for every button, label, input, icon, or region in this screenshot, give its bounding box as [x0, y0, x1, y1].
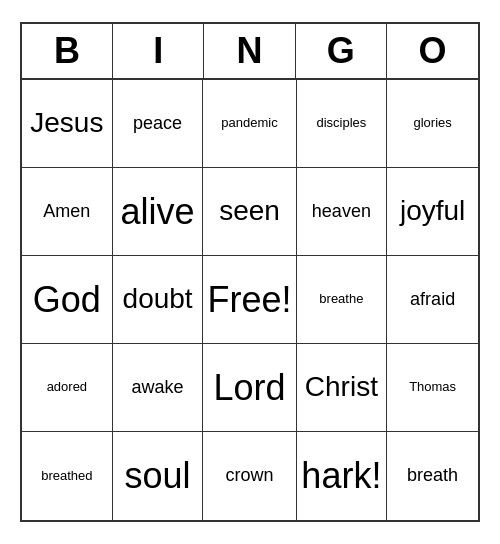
- cell-text: Lord: [213, 368, 285, 408]
- cell-text: crown: [225, 466, 273, 486]
- cell-text: disciples: [316, 116, 366, 130]
- bingo-cell: God: [22, 256, 113, 344]
- bingo-cell: Amen: [22, 168, 113, 256]
- bingo-cell: heaven: [297, 168, 388, 256]
- cell-text: glories: [413, 116, 451, 130]
- cell-text: hark!: [301, 456, 381, 496]
- cell-text: soul: [125, 456, 191, 496]
- header-letter: N: [204, 24, 295, 78]
- cell-text: God: [33, 280, 101, 320]
- bingo-cell: breath: [387, 432, 478, 520]
- cell-text: afraid: [410, 290, 455, 310]
- bingo-cell: peace: [113, 80, 204, 168]
- bingo-cell: awake: [113, 344, 204, 432]
- cell-text: breathed: [41, 469, 92, 483]
- cell-text: Thomas: [409, 380, 456, 394]
- header-letter: B: [22, 24, 113, 78]
- cell-text: adored: [47, 380, 87, 394]
- bingo-cell: Thomas: [387, 344, 478, 432]
- cell-text: peace: [133, 114, 182, 134]
- bingo-grid: JesuspeacepandemicdisciplesgloriesAmenal…: [22, 80, 478, 520]
- bingo-cell: afraid: [387, 256, 478, 344]
- bingo-cell: adored: [22, 344, 113, 432]
- cell-text: pandemic: [221, 116, 277, 130]
- bingo-cell: glories: [387, 80, 478, 168]
- cell-text: breath: [407, 466, 458, 486]
- cell-text: doubt: [123, 284, 193, 315]
- cell-text: seen: [219, 196, 280, 227]
- bingo-cell: breathed: [22, 432, 113, 520]
- bingo-cell: disciples: [297, 80, 388, 168]
- cell-text: Free!: [207, 280, 291, 320]
- bingo-cell: seen: [203, 168, 296, 256]
- cell-text: Amen: [43, 202, 90, 222]
- bingo-cell: Lord: [203, 344, 296, 432]
- bingo-header: BINGO: [22, 24, 478, 80]
- bingo-cell: breathe: [297, 256, 388, 344]
- cell-text: Jesus: [30, 108, 103, 139]
- cell-text: alive: [121, 192, 195, 232]
- bingo-cell: soul: [113, 432, 204, 520]
- cell-text: joyful: [400, 196, 465, 227]
- cell-text: heaven: [312, 202, 371, 222]
- cell-text: awake: [132, 378, 184, 398]
- bingo-cell: Jesus: [22, 80, 113, 168]
- header-letter: O: [387, 24, 478, 78]
- cell-text: Christ: [305, 372, 378, 403]
- bingo-card: BINGO Jesuspeacepandemicdisciplesglories…: [20, 22, 480, 522]
- bingo-cell: crown: [203, 432, 296, 520]
- bingo-cell: pandemic: [203, 80, 296, 168]
- header-letter: G: [296, 24, 387, 78]
- header-letter: I: [113, 24, 204, 78]
- bingo-cell: alive: [113, 168, 204, 256]
- bingo-cell: doubt: [113, 256, 204, 344]
- bingo-cell: joyful: [387, 168, 478, 256]
- cell-text: breathe: [319, 292, 363, 306]
- bingo-cell: Christ: [297, 344, 388, 432]
- bingo-cell: Free!: [203, 256, 296, 344]
- bingo-cell: hark!: [297, 432, 388, 520]
